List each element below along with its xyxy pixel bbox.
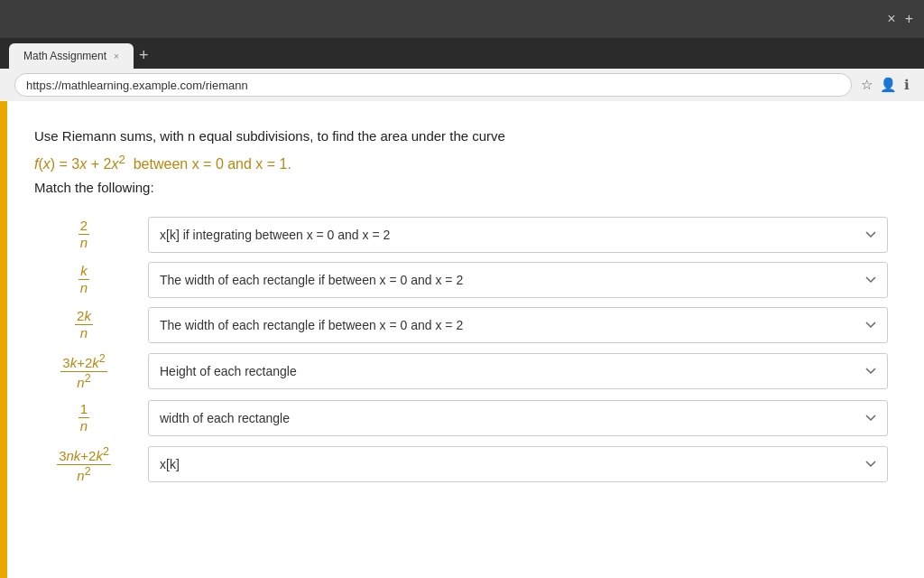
tab-label: Math Assignment: [23, 50, 106, 62]
denominator-2: n: [80, 280, 88, 296]
fraction-4: 3k+2k2 n2: [60, 352, 106, 391]
denominator-1: n: [80, 235, 88, 251]
problem-intro: Use Riemann sums, with n equal subdivisi…: [34, 126, 888, 147]
match-select-1[interactable]: x[k] if integrating between x = 0 and x …: [148, 217, 888, 253]
denominator-4: n2: [77, 372, 90, 391]
numerator-1: 2: [79, 218, 89, 235]
match-select-6[interactable]: x[k] x[k] if integrating between x = 0 a…: [148, 446, 888, 482]
match-heading: Match the following:: [34, 180, 888, 195]
new-tab-button[interactable]: +: [905, 11, 913, 27]
match-rows-container: 2 n x[k] if integrating between x = 0 an…: [34, 217, 888, 484]
browser-controls: × +: [887, 11, 913, 27]
tab-bar: Math Assignment × +: [0, 38, 924, 69]
match-select-3[interactable]: The width of each rectangle if between x…: [148, 307, 888, 343]
user-icon[interactable]: 👤: [880, 77, 897, 93]
fraction-3: 2k n: [75, 308, 93, 341]
denominator-3: n: [80, 325, 88, 341]
math-label-1: 2 n: [34, 218, 134, 251]
denominator-6: n2: [77, 465, 90, 484]
math-label-5: 1 n: [34, 401, 134, 434]
match-row: 2k n The width of each rectangle if betw…: [34, 307, 888, 343]
address-bar: ☆ 👤 ℹ: [0, 69, 924, 101]
match-select-4[interactable]: Height of each rectangle x[k] if integra…: [148, 353, 888, 389]
tab-close-button[interactable]: ×: [114, 51, 119, 61]
denominator-5: n: [80, 418, 88, 434]
address-input[interactable]: [14, 73, 852, 97]
close-button[interactable]: ×: [887, 11, 895, 27]
math-label-6: 3nk+2k2 n2: [34, 445, 134, 484]
math-label-3: 2k n: [34, 308, 134, 341]
match-row: 3k+2k2 n2 Height of each rectangle x[k] …: [34, 352, 888, 391]
match-row: 1 n width of each rectangle x[k] if inte…: [34, 400, 888, 436]
new-tab-icon[interactable]: +: [139, 46, 149, 69]
match-select-2[interactable]: The width of each rectangle if between x…: [148, 262, 888, 298]
fraction-5: 1 n: [79, 401, 89, 434]
fraction-2: k n: [79, 263, 89, 296]
main-content: Use Riemann sums, with n equal subdivisi…: [0, 101, 924, 578]
match-row: 3nk+2k2 n2 x[k] x[k] if integrating betw…: [34, 445, 888, 484]
numerator-2: k: [79, 263, 89, 280]
math-label-4: 3k+2k2 n2: [34, 352, 134, 391]
left-accent-bar: [0, 101, 7, 578]
active-tab[interactable]: Math Assignment ×: [9, 43, 134, 69]
numerator-3: 2k: [75, 308, 93, 325]
fraction-1: 2 n: [79, 218, 89, 251]
numerator-4: 3k+2k2: [60, 352, 106, 372]
fraction-6: 3nk+2k2 n2: [57, 445, 111, 484]
math-label-2: k n: [34, 263, 134, 296]
star-icon[interactable]: ☆: [861, 77, 873, 93]
function-display: f(x) = 3x + 2x2 between x = 0 and x = 1.: [34, 153, 888, 172]
numerator-5: 1: [79, 401, 89, 418]
numerator-6: 3nk+2k2: [57, 445, 111, 465]
browser-chrome: × +: [0, 0, 924, 38]
match-row: k n The width of each rectangle if betwe…: [34, 262, 888, 298]
match-select-5[interactable]: width of each rectangle x[k] if integrat…: [148, 400, 888, 436]
match-row: 2 n x[k] if integrating between x = 0 an…: [34, 217, 888, 253]
content-area: Use Riemann sums, with n equal subdivisi…: [7, 101, 924, 578]
address-bar-icons: ☆ 👤 ℹ: [861, 77, 910, 93]
info-icon[interactable]: ℹ: [904, 77, 910, 93]
